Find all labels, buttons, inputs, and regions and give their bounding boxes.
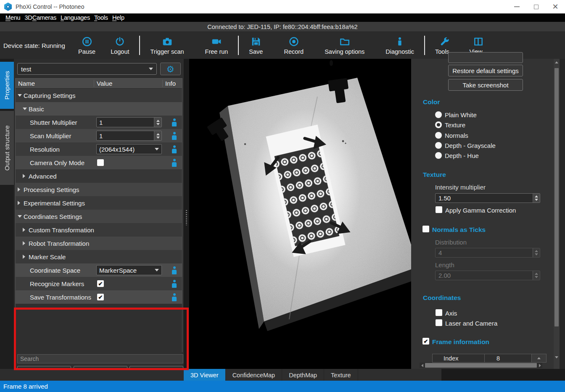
- maximize-button[interactable]: [526, 0, 546, 13]
- record-button[interactable]: Record: [276, 33, 311, 58]
- save-transformations-checkbox[interactable]: ✔: [97, 294, 104, 300]
- connection-status-bar: Connected to: JED-115, IP: fe80::204:4bf…: [0, 22, 565, 32]
- prop-group-basic[interactable]: Basic: [16, 102, 182, 116]
- info-icon[interactable]: [172, 118, 177, 126]
- diagnostic-button[interactable]: Diagnostic: [378, 33, 422, 58]
- prop-group-capturing-settings[interactable]: Capturing Settings: [16, 89, 182, 102]
- info-icon[interactable]: [172, 293, 177, 301]
- coordinate-space-dropdown[interactable]: MarkerSpace: [96, 265, 162, 275]
- menu-item-menu[interactable]: Menu: [3, 14, 22, 21]
- chevron-down-icon: [155, 148, 159, 150]
- camera-only-mode-checkbox[interactable]: [97, 159, 104, 166]
- prop-group-coordinates-settings[interactable]: Coordinates Settings: [16, 210, 182, 223]
- apply-gamma-correction-label[interactable]: Apply Gamma Correction: [445, 207, 516, 214]
- horizontal-scrollbar[interactable]: [420, 363, 542, 368]
- take-screenshot-button[interactable]: Take screenshot: [448, 79, 523, 91]
- table-scroll-up-button[interactable]: [532, 354, 546, 362]
- info-icon[interactable]: [172, 266, 177, 274]
- profile-settings-button[interactable]: ⚙: [160, 63, 181, 75]
- radio-label[interactable]: Normals: [445, 132, 468, 139]
- tab-output-structure[interactable]: Output structure: [0, 111, 14, 185]
- panel-splitter[interactable]: [184, 59, 189, 381]
- info-icon[interactable]: [172, 132, 177, 140]
- laser-and-camera-label[interactable]: Laser and Camera: [445, 320, 497, 327]
- radio-label[interactable]: Texture: [445, 121, 465, 129]
- shutter-multiplier-spinbox[interactable]: 1: [96, 117, 162, 127]
- properties-table: Name Value Info Capturing Settings Basic…: [15, 78, 182, 352]
- logout-button[interactable]: Logout: [103, 33, 137, 58]
- status-text: Frame 8 arrived: [3, 383, 48, 390]
- tab-texture[interactable]: Texture: [324, 369, 358, 381]
- prop-group-advanced[interactable]: Advanced: [16, 169, 182, 183]
- prop-group-experimental-settings[interactable]: Experimental Settings: [16, 196, 182, 210]
- tab-depthmap[interactable]: DepthMap: [282, 369, 324, 381]
- scroll-up-icon[interactable]: [554, 60, 560, 65]
- collapsed-arrow-icon: [23, 174, 25, 178]
- radio-depth-grayscale[interactable]: [435, 142, 442, 149]
- intensity-multiplier-spinbox[interactable]: 1.50: [435, 193, 540, 203]
- radio-label[interactable]: Plain White: [445, 111, 477, 118]
- radio-label[interactable]: Depth - Hue: [445, 152, 479, 159]
- restore-default-settings-button[interactable]: Restore default settings: [448, 65, 523, 76]
- trigger-scan-button[interactable]: Trigger scan: [143, 33, 191, 58]
- info-icon[interactable]: [172, 280, 177, 288]
- collapsed-arrow-icon: [23, 241, 25, 245]
- distribution-label: Distribution: [435, 239, 467, 246]
- recognize-markers-checkbox[interactable]: ✔: [97, 280, 104, 287]
- axis-checkbox[interactable]: [436, 309, 442, 316]
- scan-multiplier-spinbox[interactable]: 1: [96, 131, 162, 141]
- profile-select[interactable]: test: [17, 63, 157, 75]
- status-bar: Frame 8 arrived: [0, 381, 565, 392]
- record-icon: [288, 36, 299, 47]
- frame-information-label[interactable]: Frame information: [432, 338, 489, 346]
- axis-label[interactable]: Axis: [445, 310, 457, 317]
- spin-arrows-icon[interactable]: [533, 194, 540, 203]
- tab-confidencemap[interactable]: ConfidenceMap: [226, 369, 282, 381]
- scroll-down-icon[interactable]: [554, 355, 560, 360]
- menu-item-3dcameras[interactable]: 3DCameras: [22, 14, 58, 21]
- chevron-down-icon: [149, 68, 153, 70]
- window-title: PhoXi Control -- Photoneo: [16, 3, 84, 10]
- cropped-top-button[interactable]: [448, 52, 523, 63]
- free-run-button[interactable]: Free run: [198, 33, 236, 58]
- 3d-viewer[interactable]: [189, 59, 411, 369]
- pause-button[interactable]: Pause: [71, 33, 103, 58]
- photoneo-logo-icon: [4, 3, 12, 11]
- spin-arrows-icon[interactable]: [155, 118, 161, 127]
- normals-as-ticks-label[interactable]: Normals as Ticks: [432, 226, 486, 234]
- radio-normals[interactable]: [435, 132, 442, 139]
- info-icon[interactable]: [172, 159, 177, 167]
- folder-icon: [339, 36, 350, 47]
- menu-item-help[interactable]: Help: [110, 14, 127, 21]
- tab-properties[interactable]: Properties: [0, 62, 14, 109]
- scrollbar-thumb[interactable]: [554, 68, 559, 326]
- menu-item-languages[interactable]: Languages: [58, 14, 92, 21]
- apply-gamma-correction-checkbox[interactable]: [436, 206, 442, 213]
- resolution-dropdown[interactable]: (2064x1544): [96, 144, 162, 154]
- prop-group-processing-settings[interactable]: Processing Settings: [16, 183, 182, 196]
- radio-texture[interactable]: [435, 121, 442, 128]
- menu-item-tools[interactable]: Tools: [92, 14, 110, 21]
- radio-plain-white[interactable]: [435, 111, 442, 118]
- frame-information-checkbox[interactable]: ✔: [422, 338, 429, 345]
- scroll-left-icon[interactable]: [420, 363, 425, 368]
- radio-label[interactable]: Depth - Grayscale: [445, 142, 496, 149]
- prop-group-robot-transformation[interactable]: Robot Transformation: [16, 237, 182, 250]
- tab-3d-viewer[interactable]: 3D Viewer: [184, 369, 226, 381]
- vertical-scrollbar[interactable]: [554, 59, 560, 381]
- laser-and-camera-checkbox[interactable]: [436, 319, 442, 326]
- search-input[interactable]: [17, 354, 183, 363]
- normals-as-ticks-checkbox[interactable]: [422, 226, 429, 232]
- prop-group-custom-transformation[interactable]: Custom Transformation: [16, 223, 182, 237]
- minimize-button[interactable]: [507, 0, 526, 13]
- save-button[interactable]: Save: [241, 33, 270, 58]
- prop-row-shutter-multiplier: Shutter Multiplier 1: [16, 116, 182, 129]
- info-icon[interactable]: [172, 145, 177, 153]
- spin-arrows-icon[interactable]: [155, 131, 161, 140]
- close-button[interactable]: ✕: [546, 0, 565, 13]
- prop-group-marker-scale[interactable]: Marker Scale: [16, 250, 182, 263]
- scroll-right-icon[interactable]: [537, 363, 542, 368]
- saving-options-button[interactable]: Saving options: [317, 33, 372, 58]
- radio-depth-hue[interactable]: [435, 152, 442, 159]
- scrollbar-thumb[interactable]: [425, 363, 537, 368]
